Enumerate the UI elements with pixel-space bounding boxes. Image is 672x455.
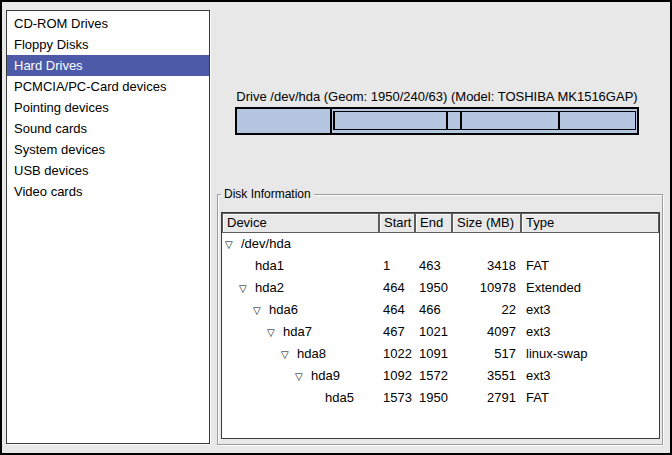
expander-open-icon[interactable]: ▽ bbox=[295, 366, 311, 388]
device-name: hda5 bbox=[325, 390, 354, 405]
expander-open-icon[interactable]: ▽ bbox=[225, 234, 241, 256]
column-header-start[interactable]: Start bbox=[379, 213, 415, 233]
end-cell bbox=[415, 233, 452, 255]
extended-partition-area bbox=[333, 111, 636, 130]
expander-open-icon[interactable]: ▽ bbox=[267, 322, 283, 344]
partition-segment-hda8 bbox=[447, 111, 461, 130]
sidebar-item-sound-cards[interactable]: Sound cards bbox=[7, 118, 209, 139]
device-cell: hda5 bbox=[222, 387, 379, 409]
column-header-size-mb[interactable]: Size (MB) bbox=[452, 213, 521, 233]
partition-segment-hda2 bbox=[331, 108, 638, 134]
drive-info-label: Drive /dev/hda (Geom: 1950/240/63) (Mode… bbox=[215, 89, 659, 104]
end-cell: 1021 bbox=[415, 321, 452, 343]
disk-information-group-title: Disk Information bbox=[221, 187, 314, 201]
size-cell: 4097 bbox=[452, 321, 521, 343]
column-header-end[interactable]: End bbox=[415, 213, 452, 233]
end-cell: 463 bbox=[415, 255, 452, 277]
sidebar-item-usb-devices[interactable]: USB devices bbox=[7, 160, 209, 181]
device-cell: ▽hda6 bbox=[222, 299, 379, 321]
expander-open-icon[interactable]: ▽ bbox=[281, 344, 297, 366]
sidebar-item-hard-drives[interactable]: Hard Drives bbox=[7, 55, 209, 76]
table-row-hda6[interactable]: ▽hda646446622ext3 bbox=[222, 299, 659, 321]
table-row-hda7[interactable]: ▽hda746710214097ext3 bbox=[222, 321, 659, 343]
device-name: hda2 bbox=[255, 280, 284, 295]
device-name: hda7 bbox=[283, 324, 312, 339]
column-header-device[interactable]: Device bbox=[222, 213, 379, 233]
device-name: /dev/hda bbox=[241, 236, 291, 251]
expander-open-icon[interactable]: ▽ bbox=[239, 278, 255, 300]
column-header-type[interactable]: Type bbox=[521, 213, 659, 233]
type-cell: ext3 bbox=[521, 299, 551, 321]
device-name: hda9 bbox=[311, 368, 340, 383]
table-row-hda1[interactable]: hda114633418FAT bbox=[222, 255, 659, 277]
expander-open-icon[interactable]: ▽ bbox=[253, 300, 269, 322]
partition-segment-hda1 bbox=[236, 108, 331, 134]
device-cell: ▽/dev/hda bbox=[222, 233, 379, 255]
partition-segment-hda5 bbox=[559, 111, 636, 130]
device-cell: ▽hda2 bbox=[222, 277, 379, 299]
start-cell: 464 bbox=[379, 299, 415, 321]
start-cell: 1573 bbox=[379, 387, 415, 409]
size-cell bbox=[452, 233, 521, 255]
sidebar-item-system-devices[interactable]: System devices bbox=[7, 139, 209, 160]
device-cell: hda1 bbox=[222, 255, 379, 277]
disk-information-group: Disk Information DeviceStartEndSize (MB)… bbox=[217, 194, 663, 445]
table-row-hda2[interactable]: ▽hda2464195010978Extended bbox=[222, 277, 659, 299]
device-cell: ▽hda8 bbox=[222, 343, 379, 365]
start-cell: 1022 bbox=[379, 343, 415, 365]
size-cell: 10978 bbox=[452, 277, 521, 299]
disk-table-header: DeviceStartEndSize (MB)Type bbox=[222, 213, 659, 233]
size-cell: 3418 bbox=[452, 255, 521, 277]
end-cell: 466 bbox=[415, 299, 452, 321]
end-cell: 1950 bbox=[415, 277, 452, 299]
device-cell: ▽hda7 bbox=[222, 321, 379, 343]
hardware-browser-window: CD-ROM DrivesFloppy DisksHard DrivesPCMC… bbox=[0, 0, 672, 455]
table-row-hda9[interactable]: ▽hda9109215723551ext3 bbox=[222, 365, 659, 387]
table-row-hda5[interactable]: hda5157319502791FAT bbox=[222, 387, 659, 409]
sidebar-item-cd-rom-drives[interactable]: CD-ROM Drives bbox=[7, 13, 209, 34]
size-cell: 22 bbox=[452, 299, 521, 321]
end-cell: 1091 bbox=[415, 343, 452, 365]
sidebar-item-pointing-devices[interactable]: Pointing devices bbox=[7, 97, 209, 118]
disk-table-body: ▽/dev/hdahda114633418FAT▽hda246419501097… bbox=[222, 233, 659, 409]
start-cell: 467 bbox=[379, 321, 415, 343]
type-cell: FAT bbox=[521, 387, 549, 409]
type-cell: Extended bbox=[521, 277, 581, 299]
size-cell: 3551 bbox=[452, 365, 521, 387]
table-row-dev-hda[interactable]: ▽/dev/hda bbox=[222, 233, 659, 255]
start-cell: 464 bbox=[379, 277, 415, 299]
partition-bar bbox=[235, 107, 639, 135]
size-cell: 517 bbox=[452, 343, 521, 365]
disk-table: DeviceStartEndSize (MB)Type ▽/dev/hdahda… bbox=[221, 212, 660, 439]
device-cell: ▽hda9 bbox=[222, 365, 379, 387]
type-cell bbox=[521, 233, 526, 255]
start-cell: 1 bbox=[379, 255, 415, 277]
end-cell: 1572 bbox=[415, 365, 452, 387]
start-cell: 1092 bbox=[379, 365, 415, 387]
device-name: hda8 bbox=[297, 346, 326, 361]
type-cell: linux-swap bbox=[521, 343, 587, 365]
start-cell bbox=[379, 233, 415, 255]
partition-segment-hda7 bbox=[334, 111, 447, 130]
partition-segment-hda9 bbox=[461, 111, 559, 130]
type-cell: FAT bbox=[521, 255, 549, 277]
type-cell: ext3 bbox=[521, 365, 551, 387]
type-cell: ext3 bbox=[521, 321, 551, 343]
device-name: hda6 bbox=[269, 302, 298, 317]
device-category-list[interactable]: CD-ROM DrivesFloppy DisksHard DrivesPCMC… bbox=[6, 10, 210, 444]
size-cell: 2791 bbox=[452, 387, 521, 409]
sidebar-item-pcmcia-pc-card-devices[interactable]: PCMCIA/PC-Card devices bbox=[7, 76, 209, 97]
device-name: hda1 bbox=[255, 258, 284, 273]
end-cell: 1950 bbox=[415, 387, 452, 409]
sidebar-item-floppy-disks[interactable]: Floppy Disks bbox=[7, 34, 209, 55]
table-row-hda8[interactable]: ▽hda810221091517linux-swap bbox=[222, 343, 659, 365]
sidebar-item-video-cards[interactable]: Video cards bbox=[7, 181, 209, 202]
